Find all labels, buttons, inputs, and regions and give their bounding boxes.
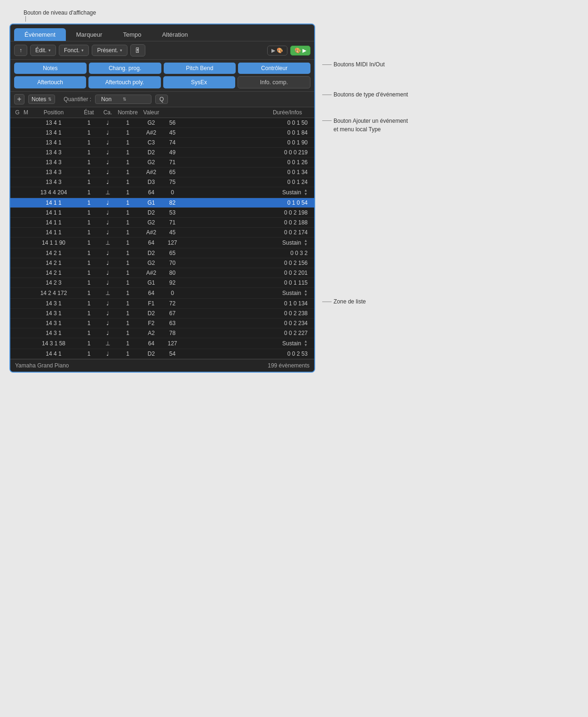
col-ca: ♩: [101, 209, 115, 216]
quantifier-label: Quantifier :: [64, 96, 91, 103]
col-position: 13 4 4 204: [30, 189, 77, 196]
changprog-button[interactable]: Chang. prog.: [89, 63, 161, 74]
col-nombre2: 65: [162, 169, 183, 175]
sustain-stepper-icon[interactable]: ▲▼: [304, 340, 308, 347]
table-row[interactable]: 14 4 1 1 ♩ 1 D2 54 0 0 2 53: [10, 349, 314, 359]
col-nombre: 1: [115, 120, 141, 126]
col-etat: 1: [77, 120, 101, 126]
table-row[interactable]: 14 3 1 1 ♩ 1 A2 78 0 0 2 227: [10, 328, 314, 338]
table-row[interactable]: 14 1 1 90 1 ⊥ 1 64 127 Sustain ▲▼: [10, 238, 314, 248]
col-valeur: 64: [141, 340, 162, 347]
aftertouch-button[interactable]: Aftertouch: [14, 76, 86, 88]
col-ca: ♩: [101, 149, 115, 156]
col-duree: 0 0 3 2: [183, 250, 311, 256]
function-button[interactable]: Fonct. ▾: [59, 45, 89, 56]
edit-button[interactable]: Édit. ▾: [30, 45, 56, 56]
events-count: 199 évènements: [268, 362, 310, 369]
event-type-row2: Aftertouch Aftertouch poly. SysEx Info. …: [14, 76, 310, 88]
table-row[interactable]: 13 4 3 1 ♩ 1 D3 75 0 0 1 24: [10, 177, 314, 187]
col-position: 13 4 3: [30, 179, 77, 185]
type-arrow-icon: ⇅: [48, 97, 52, 102]
col-ca: ⊥: [101, 239, 115, 246]
table-row[interactable]: 14 2 3 1 ♩ 1 G1 92 0 0 1 115: [10, 278, 314, 288]
tab-marqueur[interactable]: Marqueur: [66, 28, 113, 41]
table-row[interactable]: 14 1 1 1 ♩ 1 G2 71 0 0 2 188: [10, 218, 314, 228]
midi-out-button[interactable]: 🎨 ▶: [290, 46, 310, 56]
table-row[interactable]: 14 3 1 58 1 ⊥ 1 64 127 Sustain ▲▼: [10, 338, 314, 349]
list-area[interactable]: 13 4 1 1 ♩ 1 G2 56 0 0 1 50 13 4 1 1 ♩ 1…: [10, 118, 314, 359]
controleur-button[interactable]: Contrôleur: [238, 63, 310, 74]
table-row[interactable]: 13 4 1 1 ♩ 1 A#2 45 0 0 1 84: [10, 128, 314, 138]
col-duree: Sustain ▲▼: [183, 340, 311, 347]
notes-button[interactable]: Notes: [14, 63, 87, 74]
col-position: 14 2 1: [30, 270, 77, 276]
present-button[interactable]: Présent. ▾: [92, 45, 127, 56]
quantifier-value-select[interactable]: Non ⇅: [95, 95, 151, 104]
col-nombre2: 74: [162, 139, 183, 146]
sustain-stepper-icon[interactable]: ▲▼: [304, 239, 308, 247]
table-row[interactable]: 14 1 1 1 ♩ 1 D2 53 0 0 2 198: [10, 208, 314, 218]
table-row[interactable]: 14 3 1 1 ♩ 1 F2 63 0 0 2 234: [10, 319, 314, 328]
col-duree: 0 0 2 201: [183, 270, 311, 276]
table-row[interactable]: 14 2 1 1 ♩ 1 D2 65 0 0 3 2: [10, 248, 314, 258]
sustain-stepper-icon[interactable]: ▲▼: [304, 189, 308, 196]
col-etat: 1: [77, 229, 101, 236]
col-duree: 0 0 1 24: [183, 179, 311, 185]
col-valeur: 64: [141, 189, 162, 196]
midi-horiz-line: [322, 64, 332, 65]
col-nombre2: 70: [162, 260, 183, 266]
add-event-button[interactable]: +: [14, 94, 24, 104]
col-etat: 1: [77, 279, 101, 286]
col-nombre2: 75: [162, 179, 183, 185]
col-etat: 1: [77, 149, 101, 156]
listzone-annotation-text: Zone de liste: [334, 298, 366, 305]
type-select[interactable]: Notes ⇅: [28, 95, 55, 104]
col-valeur: 64: [141, 290, 162, 296]
present-label: Présent.: [97, 47, 118, 54]
col-etat: 1: [77, 159, 101, 166]
col-valeur: G2: [141, 219, 162, 226]
col-nombre: 1: [115, 189, 141, 196]
table-row[interactable]: 14 1 1 1 ♩ 1 G1 82 0 1 0 54: [10, 198, 314, 208]
col-duree: 0 0 2 234: [183, 320, 311, 327]
tab-evenement[interactable]: Évènement: [14, 28, 66, 41]
col-position: 14 1 1: [30, 219, 77, 226]
table-row[interactable]: 14 2 4 172 1 ⊥ 1 64 0 Sustain ▲▼: [10, 288, 314, 299]
col-position: 13 4 1: [30, 129, 77, 136]
column-headers: G M Position État Ca. Nombre Valeur Duré…: [10, 107, 314, 118]
tab-tempo[interactable]: Tempo: [112, 28, 151, 41]
undo-button[interactable]: ↑: [14, 45, 27, 56]
col-ca: ♩: [101, 219, 115, 226]
table-row[interactable]: 13 4 4 204 1 ⊥ 1 64 0 Sustain ▲▼: [10, 187, 314, 198]
table-row[interactable]: 13 4 3 1 ♩ 1 A#2 65 0 0 1 34: [10, 167, 314, 177]
col-ca: ⊥: [101, 290, 115, 296]
table-row[interactable]: 14 3 1 1 ♩ 1 F1 72 0 1 0 134: [10, 299, 314, 309]
col-valeur: F2: [141, 320, 162, 327]
col-nombre: 1: [115, 300, 141, 307]
sysex-button[interactable]: SysEx: [163, 76, 235, 88]
edit-label: Édit.: [35, 47, 47, 54]
q-button[interactable]: Q: [155, 95, 168, 104]
table-row[interactable]: 13 4 1 1 ♩ 1 G2 56 0 0 1 50: [10, 118, 314, 128]
table-row[interactable]: 14 2 1 1 ♩ 1 G2 70 0 0 2 156: [10, 258, 314, 268]
filter-button[interactable]: 🎚: [130, 44, 145, 56]
col-nombre: 1: [115, 209, 141, 216]
table-row[interactable]: 13 4 3 1 ♩ 1 G2 71 0 0 1 26: [10, 158, 314, 167]
col-duree: 0 1 0 134: [183, 300, 311, 307]
tab-alteration[interactable]: Altération: [151, 28, 198, 41]
col-valeur: D2: [141, 310, 162, 317]
midi-in-button[interactable]: ▶ 🎨: [267, 46, 287, 56]
table-row[interactable]: 13 4 1 1 ♩ 1 C3 74 0 0 1 90: [10, 138, 314, 148]
aftertouchpoly-button[interactable]: Aftertouch poly.: [88, 76, 160, 88]
table-row[interactable]: 13 4 3 1 ♩ 1 D2 49 0 0 0 219: [10, 148, 314, 158]
col-position: 14 3 1: [30, 320, 77, 327]
pitchbend-button[interactable]: Pitch Bend: [164, 63, 236, 74]
table-row[interactable]: 14 3 1 1 ♩ 1 D2 67 0 0 2 238: [10, 309, 314, 319]
col-etat: 1: [77, 270, 101, 276]
table-row[interactable]: 14 1 1 1 ♩ 1 A#2 45 0 0 2 174: [10, 228, 314, 238]
midi-annotation-text: Boutons MIDI In/Out: [334, 61, 385, 68]
table-row[interactable]: 14 2 1 1 ♩ 1 A#2 80 0 0 2 201: [10, 268, 314, 278]
sustain-stepper-icon[interactable]: ▲▼: [304, 289, 308, 297]
col-valeur: A#2: [141, 270, 162, 276]
infocomp-button[interactable]: Info. comp.: [238, 76, 310, 88]
